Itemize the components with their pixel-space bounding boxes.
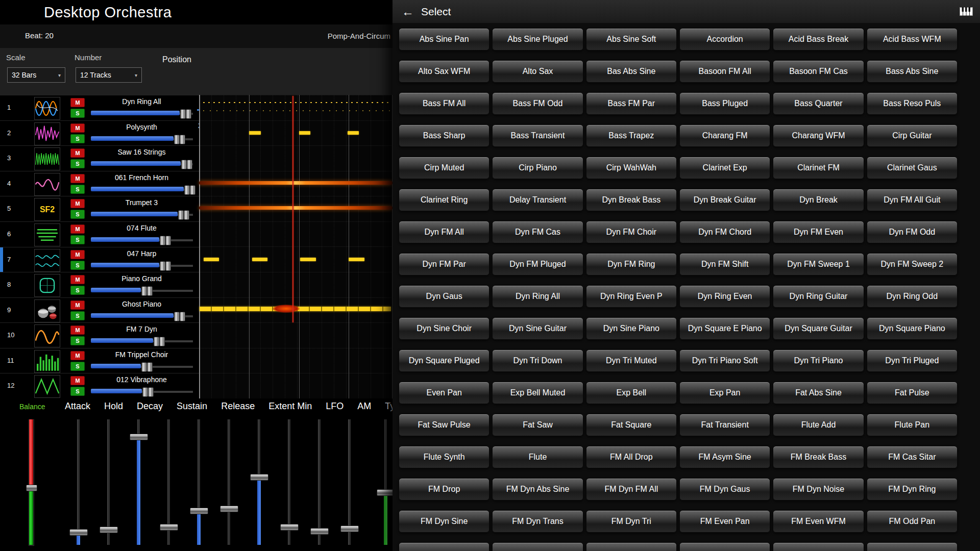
flute-waveform-icon[interactable] (34, 223, 60, 246)
envelope-slider[interactable] (189, 419, 208, 545)
instrument-button-partial[interactable] (773, 542, 864, 551)
instrument-button[interactable]: FM Odd Pan (867, 510, 958, 533)
mute-button[interactable]: M (70, 98, 85, 107)
envelope-slider-thumb[interactable] (377, 489, 393, 496)
envelope-slider[interactable] (250, 419, 268, 545)
tab-type[interactable]: Type (385, 401, 393, 412)
instrument-button[interactable]: Cirp WahWah (586, 157, 677, 179)
instrument-button[interactable]: Flute Synth (399, 446, 489, 468)
solo-button[interactable]: S (70, 311, 85, 320)
instrument-button[interactable]: Bass FM Par (586, 92, 677, 115)
instrument-button-partial[interactable] (399, 542, 489, 551)
instrument-button[interactable]: Dyn Ring Guitar (773, 285, 864, 308)
volume-slider-thumb[interactable] (184, 210, 189, 220)
mute-button[interactable]: M (70, 174, 85, 183)
instrument-button[interactable]: Abs Sine Pan (399, 28, 489, 51)
instrument-button[interactable]: Charang WFM (773, 124, 864, 147)
envelope-slider-thumb[interactable] (250, 474, 268, 481)
instrument-button[interactable]: Bass Transient (492, 124, 583, 147)
mute-button[interactable]: M (70, 148, 85, 158)
instrument-button[interactable]: Charang FM (679, 124, 770, 147)
envelope-slider-thumb[interactable] (69, 529, 88, 536)
drums-waveform-icon[interactable] (34, 299, 60, 322)
envelope-slider[interactable] (159, 419, 178, 545)
note-event[interactable] (204, 258, 219, 261)
solo-button[interactable]: S (70, 286, 85, 295)
tab-lfo[interactable]: LFO (326, 401, 344, 412)
instrument-button[interactable]: FM Dyn Trans (492, 510, 583, 533)
volume-slider-thumb[interactable] (181, 160, 187, 169)
instrument-button[interactable]: Dyn Ring Even (679, 285, 770, 308)
volume-slider-thumb[interactable] (174, 135, 180, 144)
instrument-button[interactable]: FM Dyn FM All (586, 478, 677, 500)
instrument-button[interactable]: Flute Pan (867, 414, 958, 436)
instrument-button[interactable]: Basoon FM Cas (773, 60, 864, 83)
instrument-button[interactable]: Dyn FM Sweep 2 (867, 253, 958, 276)
volume-slider-thumb[interactable] (165, 261, 171, 271)
instrument-button[interactable]: Exp Bell Muted (492, 382, 583, 404)
volume-slider-thumb[interactable] (184, 185, 190, 195)
instrument-button[interactable]: Dyn FM Chord (679, 221, 770, 243)
instrument-button[interactable]: Dyn Ring Even P (586, 285, 677, 308)
instrument-button[interactable]: Dyn FM Pluged (492, 253, 583, 276)
fmwave-waveform-icon[interactable] (34, 324, 60, 347)
note-event[interactable] (203, 99, 391, 116)
piano-waveform-icon[interactable] (34, 274, 60, 297)
instrument-button[interactable]: Dyn FM Even (773, 221, 864, 243)
envelope-slider[interactable] (219, 419, 238, 545)
instrument-button[interactable]: Dyn Square E Piano (679, 317, 770, 340)
volume-slider-thumb[interactable] (147, 286, 153, 296)
horn-waveform-icon[interactable] (34, 173, 60, 196)
volume-slider-thumb[interactable] (159, 337, 165, 346)
instrument-button[interactable]: Bass Pluged (679, 92, 770, 115)
harp-waveform-icon[interactable] (34, 249, 60, 272)
instrument-button[interactable]: FM Even WFM (773, 510, 864, 533)
instrument-button[interactable]: Acid Bass WFM (867, 28, 958, 51)
instrument-button[interactable]: FM Drop (399, 478, 489, 500)
note-event[interactable] (249, 131, 261, 135)
instrument-button[interactable]: Clarinet Ring (399, 189, 489, 211)
instrument-button[interactable]: Dyn FM Cas (492, 221, 583, 243)
balance-slider[interactable] (26, 419, 36, 545)
tab-decay[interactable]: Decay (137, 401, 163, 412)
volume-slider-thumb[interactable] (180, 135, 185, 144)
instrument-button[interactable]: Accordion (679, 28, 770, 51)
poly-waveform-icon[interactable] (34, 122, 60, 145)
volume-slider-thumb[interactable] (180, 109, 186, 119)
instrument-button[interactable]: Dyn Ring All (492, 285, 583, 308)
instrument-button[interactable]: Dyn FM Par (399, 253, 489, 276)
envelope-slider[interactable] (280, 419, 298, 545)
tracks-dropdown[interactable]: 12 Tracks ▾ (76, 67, 142, 83)
instrument-button[interactable]: Clarinet Gaus (867, 157, 958, 179)
volume-slider-thumb[interactable] (142, 387, 148, 397)
instrument-button[interactable]: Dyn FM Odd (867, 221, 958, 243)
instrument-button[interactable]: Fat Transient (679, 414, 770, 436)
instrument-button[interactable]: Bass FM Odd (492, 92, 583, 115)
instrument-button[interactable]: Bass Sharp (399, 124, 489, 147)
instrument-button[interactable]: Bass Trapez (586, 124, 677, 147)
envelope-slider-thumb[interactable] (280, 524, 299, 531)
instrument-button[interactable]: Exp Pan (679, 382, 770, 404)
instrument-button[interactable]: Alto Sax WFM (399, 60, 489, 83)
scale-dropdown[interactable]: 32 Bars ▾ (7, 67, 65, 83)
instrument-button[interactable]: Flute (492, 446, 583, 468)
tri-waveform-icon[interactable] (34, 375, 60, 398)
instrument-button[interactable]: Acid Bass Break (773, 28, 864, 51)
note-event[interactable] (252, 258, 267, 261)
note-event[interactable] (199, 206, 393, 210)
mute-button[interactable]: M (70, 300, 85, 310)
note-event[interactable] (348, 131, 359, 135)
envelope-slider[interactable] (376, 419, 393, 545)
instrument-button[interactable]: Dyn Tri Piano (773, 349, 864, 372)
instrument-button[interactable]: Cirp Piano (492, 157, 583, 179)
instrument-button[interactable]: Fat Pulse (867, 382, 958, 404)
volume-slider-thumb[interactable] (154, 337, 159, 346)
envelope-slider-thumb[interactable] (100, 527, 118, 533)
instrument-button[interactable]: Dyn Break Guitar (679, 189, 770, 211)
instrument-button[interactable]: Dyn FM Choir (586, 221, 677, 243)
volume-slider-thumb[interactable] (180, 312, 185, 321)
instrument-button[interactable]: Flute Add (773, 414, 864, 436)
playhead[interactable] (292, 96, 293, 322)
volume-slider-thumb[interactable] (141, 362, 147, 372)
instrument-button[interactable]: Dyn FM All (399, 221, 489, 243)
